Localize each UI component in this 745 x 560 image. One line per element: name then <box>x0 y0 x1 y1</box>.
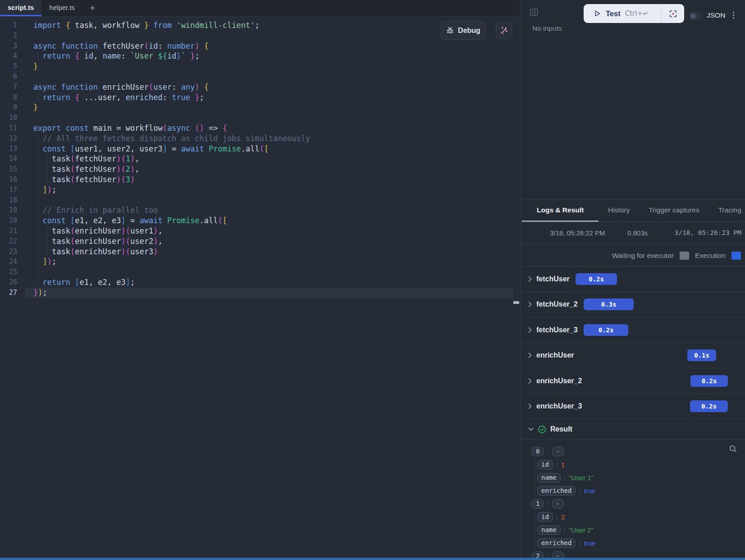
collapse-toggle-badge[interactable]: - <box>552 499 564 509</box>
json-key-badge[interactable]: name <box>537 473 561 482</box>
result-label: Result <box>550 425 572 433</box>
json-key-badge[interactable]: id <box>537 512 553 522</box>
new-tab-button[interactable]: + <box>82 0 102 16</box>
task-name: fetchUser_3 <box>536 326 578 334</box>
timeline-row-enrichUser_2[interactable]: enrichUser_20.2s <box>521 368 745 394</box>
code-line[interactable]: 21 task(enrichUser)(user1), <box>0 226 520 236</box>
json-colon: : <box>579 487 580 495</box>
json-value: true <box>584 487 596 495</box>
code-line[interactable]: 5} <box>0 61 520 72</box>
json-value: 2 <box>561 513 565 521</box>
code-line[interactable]: 12 // All three fetches dispatch as chil… <box>0 133 520 144</box>
timeline-row-enrichUser[interactable]: enrichUser0.1s <box>521 343 745 369</box>
play-icon <box>593 9 601 18</box>
panel-tab-tracing[interactable]: Tracing <box>709 200 745 222</box>
more-options-menu[interactable] <box>732 11 735 19</box>
line-number: 14 <box>0 154 17 164</box>
code-line[interactable]: 16 task(fetchUser)(3) <box>0 174 520 185</box>
legend-label: Execution <box>695 252 726 260</box>
json-key-badge[interactable]: name <box>537 525 561 535</box>
code-line[interactable]: 26 return [e1, e2, e3]; <box>0 277 520 288</box>
test-button[interactable]: Test Ctrl+↵ <box>584 4 661 23</box>
json-key-badge[interactable]: enriched <box>537 486 576 496</box>
code-line[interactable]: 17 ]); <box>0 185 520 195</box>
code-line[interactable]: 6 <box>0 72 520 82</box>
duration-badge: 0.2s <box>576 273 617 285</box>
timeline-legend: Waiting for executorExecution <box>521 245 745 266</box>
editor-tab-helper.ts[interactable]: helper.ts <box>41 0 82 16</box>
line-number: 1 <box>0 20 17 31</box>
line-number: 23 <box>0 247 17 257</box>
result-section-header[interactable]: Result <box>521 419 745 440</box>
code-line[interactable]: 7async function enrichUser(user: any) { <box>0 82 520 92</box>
duration-badge: 0.2s <box>690 375 728 387</box>
code-line[interactable]: 20 const [e1, e2, e3] = await Promise.al… <box>0 216 520 226</box>
panel-header: No inputs Test Ctrl+↵ <box>521 0 745 200</box>
line-number: 5 <box>0 61 17 72</box>
json-value: true <box>584 539 596 547</box>
timeline-row-fetchUser_3[interactable]: fetchUser_30.2s <box>521 317 745 343</box>
test-scan-button[interactable] <box>662 4 684 23</box>
code-line[interactable]: 3async function fetchUser(id: number) { <box>0 41 520 51</box>
collapse-panel-button[interactable] <box>530 8 538 18</box>
line-number: 24 <box>0 257 17 267</box>
collapse-toggle-badge[interactable]: - <box>552 447 564 456</box>
json-key-badge[interactable]: id <box>537 460 553 469</box>
editor-tab-script.ts[interactable]: script.ts <box>0 0 41 16</box>
code-line[interactable]: 27}); <box>0 288 520 298</box>
code-line[interactable]: 8 return { ...user, enriched: true }; <box>0 92 520 103</box>
duration-badge: 0.2s <box>690 400 728 412</box>
task-name: enrichUser_3 <box>536 402 582 410</box>
result-row-id: id:2 <box>535 510 745 523</box>
code-line[interactable]: 11export const main = workflow(async () … <box>0 123 520 133</box>
result-row-0: 0:- <box>521 445 745 458</box>
run-duration: 0.803s <box>627 229 648 237</box>
task-name: enrichUser <box>536 351 574 359</box>
bottom-resize-bar[interactable] <box>0 558 745 560</box>
json-key-badge[interactable]: enriched <box>537 538 576 548</box>
panel-tab-trigger-captures[interactable]: Trigger captures <box>639 200 708 222</box>
overview-ruler[interactable] <box>513 16 520 560</box>
code-line[interactable]: 9} <box>0 102 520 113</box>
json-colon: : <box>547 500 548 508</box>
line-number: 26 <box>0 277 17 288</box>
test-button-label: Test <box>606 9 621 18</box>
code-line[interactable]: 24 ]); <box>0 257 520 267</box>
app-window: script.tshelper.ts+ 1import { task, work… <box>0 0 745 560</box>
line-number: 25 <box>0 267 17 277</box>
ai-assistant-button[interactable] <box>496 22 512 39</box>
line-number: 15 <box>0 164 17 174</box>
json-colon: : <box>556 513 558 521</box>
line-number: 4 <box>0 51 17 61</box>
line-number: 8 <box>0 92 17 103</box>
line-number: 10 <box>0 113 17 123</box>
line-number: 7 <box>0 82 17 92</box>
bug-icon <box>446 26 454 35</box>
line-number: 27 <box>0 288 17 298</box>
json-view-toggle[interactable] <box>689 12 702 20</box>
code-line[interactable]: 13 const [user1, user2, user3] = await P… <box>0 144 520 154</box>
timeline-row-fetchUser[interactable]: fetchUser0.2s <box>521 266 745 292</box>
code-line[interactable]: 25 <box>0 267 520 277</box>
json-key-badge[interactable]: 0 <box>532 447 544 456</box>
debug-button[interactable]: Debug <box>441 21 485 40</box>
code-line[interactable]: 10 <box>0 113 520 123</box>
code-line[interactable]: 22 task(enrichUser)(user2), <box>0 236 520 247</box>
code-line[interactable]: 14 task(fetchUser)(1), <box>0 154 520 164</box>
code-line[interactable]: 23 task(enrichUser)(user3) <box>0 247 520 257</box>
search-result-icon[interactable] <box>728 444 738 455</box>
panel-tab-logs-result[interactable]: Logs & Result <box>522 200 599 222</box>
code-area[interactable]: 1import { task, workflow } from 'windmil… <box>0 17 520 298</box>
json-colon: : <box>564 474 566 482</box>
timeline-row-fetchUser_2[interactable]: fetchUser_20.3s <box>521 292 745 318</box>
magic-wand-icon <box>499 26 508 35</box>
chevron-right-icon <box>528 302 532 308</box>
json-key-badge[interactable]: 1 <box>532 499 544 509</box>
code-line[interactable]: 18 <box>0 195 520 206</box>
panel-tab-history[interactable]: History <box>599 200 639 222</box>
code-line[interactable]: 4 return { id, name: `User ${id}` }; <box>0 51 520 61</box>
cursor-position-marker <box>513 301 519 304</box>
code-line[interactable]: 19 // Enrich in parallel too <box>0 205 520 216</box>
code-line[interactable]: 15 task(fetchUser)(2), <box>0 164 520 174</box>
timeline-row-enrichUser_3[interactable]: enrichUser_30.2s <box>521 394 745 420</box>
